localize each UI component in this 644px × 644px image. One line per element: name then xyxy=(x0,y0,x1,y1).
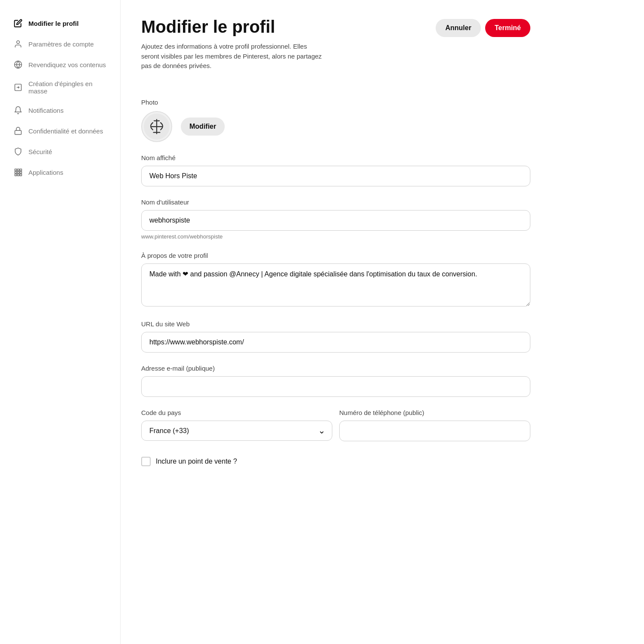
shield-icon xyxy=(13,146,23,157)
sidebar-item-label-account-settings: Paramètres de compte xyxy=(28,40,94,48)
display-name-section: Nom affiché xyxy=(141,154,530,186)
main-content: Modifier le profil Ajoutez des informati… xyxy=(121,0,551,644)
avatar xyxy=(141,111,172,142)
sidebar-item-label-notifications: Notifications xyxy=(28,107,64,114)
svg-rect-5 xyxy=(15,169,17,171)
pos-label: Inclure un point de vente ? xyxy=(156,458,237,465)
country-code-select[interactable]: France (+33) Belgique (+32) Suisse (+41)… xyxy=(141,421,332,441)
phone-section: Numéro de téléphone (public) xyxy=(339,409,530,441)
username-url-hint: www.pinterest.com/webhorspiste xyxy=(141,233,530,240)
svg-rect-4 xyxy=(15,130,22,134)
sidebar-item-bulk-pins[interactable]: Création d'épingles en masse xyxy=(7,76,113,99)
sidebar-item-label-claim-content: Revendiquez vos contenus xyxy=(28,61,106,68)
about-label: À propos de votre profil xyxy=(141,252,530,259)
sidebar-item-claim-content[interactable]: Revendiquez vos contenus xyxy=(7,55,113,74)
country-code-section: Code du pays France (+33) Belgique (+32)… xyxy=(141,409,332,441)
sidebar-item-label-privacy: Confidentialité et données xyxy=(28,127,103,135)
done-button[interactable]: Terminé xyxy=(485,19,530,37)
grid-icon xyxy=(13,167,23,177)
pos-checkbox-row: Inclure un point de vente ? xyxy=(141,457,530,466)
website-label: URL du site Web xyxy=(141,320,530,328)
display-name-label: Nom affiché xyxy=(141,154,530,161)
globe-icon xyxy=(13,59,23,70)
sidebar-item-notifications[interactable]: Notifications xyxy=(7,101,113,120)
display-name-input[interactable] xyxy=(141,166,530,186)
svg-rect-11 xyxy=(15,174,17,176)
email-section: Adresse e-mail (publique) xyxy=(141,365,530,397)
photo-label: Photo xyxy=(141,99,530,106)
username-label: Nom d'utilisateur xyxy=(141,198,530,206)
sidebar-item-edit-profile[interactable]: Modifier le profil xyxy=(7,14,113,33)
arrow-right-box-icon xyxy=(13,82,23,93)
phone-label: Numéro de téléphone (public) xyxy=(339,409,530,416)
header-text: Modifier le profil Ajoutez des informati… xyxy=(141,17,322,85)
person-icon xyxy=(13,39,23,49)
svg-rect-9 xyxy=(17,171,19,173)
about-section: À propos de votre profil Made with ❤ and… xyxy=(141,252,530,308)
pos-checkbox[interactable] xyxy=(141,457,151,466)
phone-input[interactable] xyxy=(339,421,530,441)
phone-row: Code du pays France (+33) Belgique (+32)… xyxy=(141,409,530,453)
header-row: Modifier le profil Ajoutez des informati… xyxy=(141,17,530,85)
sidebar-item-label-edit-profile: Modifier le profil xyxy=(28,20,79,27)
country-code-label: Code du pays xyxy=(141,409,332,416)
sidebar-item-security[interactable]: Sécurité xyxy=(7,142,113,161)
svg-rect-13 xyxy=(20,174,22,176)
username-section: Nom d'utilisateur www.pinterest.com/webh… xyxy=(141,198,530,240)
sidebar-item-privacy[interactable]: Confidentialité et données xyxy=(7,121,113,140)
pencil-icon xyxy=(13,18,23,28)
email-label: Adresse e-mail (publique) xyxy=(141,365,530,372)
sidebar: Modifier le profil Paramètres de compte … xyxy=(0,0,121,644)
page-title: Modifier le profil xyxy=(141,17,322,37)
cancel-button[interactable]: Annuler xyxy=(436,19,480,37)
website-section: URL du site Web xyxy=(141,320,530,353)
svg-rect-8 xyxy=(15,171,17,173)
page-description: Ajoutez des informations à votre profil … xyxy=(141,42,322,71)
username-input[interactable] xyxy=(141,210,530,231)
svg-rect-12 xyxy=(17,174,19,176)
sidebar-item-account-settings[interactable]: Paramètres de compte xyxy=(7,34,113,53)
svg-rect-6 xyxy=(17,169,19,171)
modify-photo-button[interactable]: Modifier xyxy=(181,118,225,136)
email-input[interactable] xyxy=(141,376,530,397)
country-code-select-wrapper: France (+33) Belgique (+32) Suisse (+41)… xyxy=(141,421,332,441)
sidebar-item-label-applications: Applications xyxy=(28,169,63,176)
photo-row: Modifier xyxy=(141,111,530,142)
bell-icon xyxy=(13,105,23,115)
header-actions: Annuler Terminé xyxy=(436,19,530,37)
about-input[interactable]: Made with ❤ and passion @Annecy | Agence… xyxy=(141,263,530,307)
sidebar-item-label-bulk-pins: Création d'épingles en masse xyxy=(28,80,107,95)
svg-rect-7 xyxy=(20,169,22,171)
photo-section: Photo xyxy=(141,99,530,142)
lock-icon xyxy=(13,126,23,136)
svg-rect-10 xyxy=(20,171,22,173)
sidebar-item-applications[interactable]: Applications xyxy=(7,163,113,182)
svg-point-0 xyxy=(17,41,20,44)
sidebar-item-label-security: Sécurité xyxy=(28,148,52,155)
website-input[interactable] xyxy=(141,332,530,353)
